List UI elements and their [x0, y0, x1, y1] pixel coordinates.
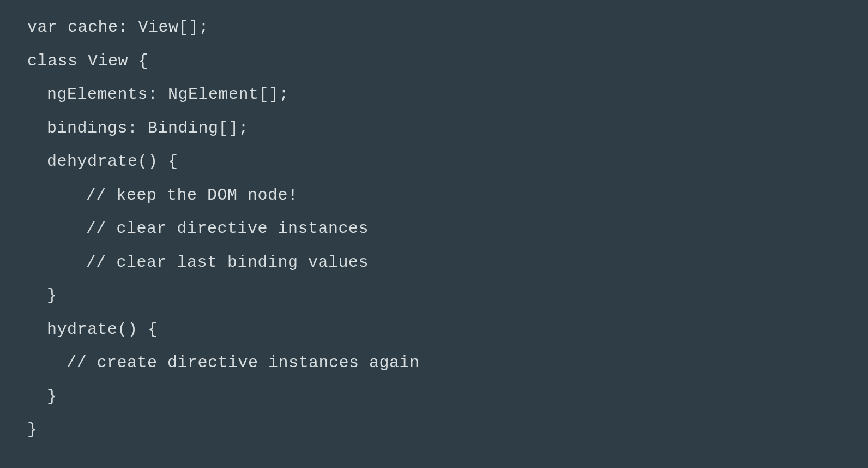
code-line: hydrate() { [27, 313, 841, 347]
code-line: class View { [27, 45, 841, 79]
code-line: } [27, 413, 841, 447]
code-line: dehydrate() { [27, 145, 841, 179]
code-line: bindings: Binding[]; [27, 112, 841, 146]
code-line: } [27, 279, 841, 313]
code-line: // clear last binding values [27, 246, 841, 280]
code-line: var cache: View[]; [27, 11, 841, 45]
code-line: ngElements: NgElement[]; [27, 78, 841, 112]
code-block: var cache: View[];class View {ngElements… [27, 11, 841, 447]
code-line: // keep the DOM node! [27, 179, 841, 213]
code-line: // clear directive instances [27, 212, 841, 246]
code-line: // create directive instances again [27, 346, 841, 380]
code-line: } [27, 380, 841, 414]
